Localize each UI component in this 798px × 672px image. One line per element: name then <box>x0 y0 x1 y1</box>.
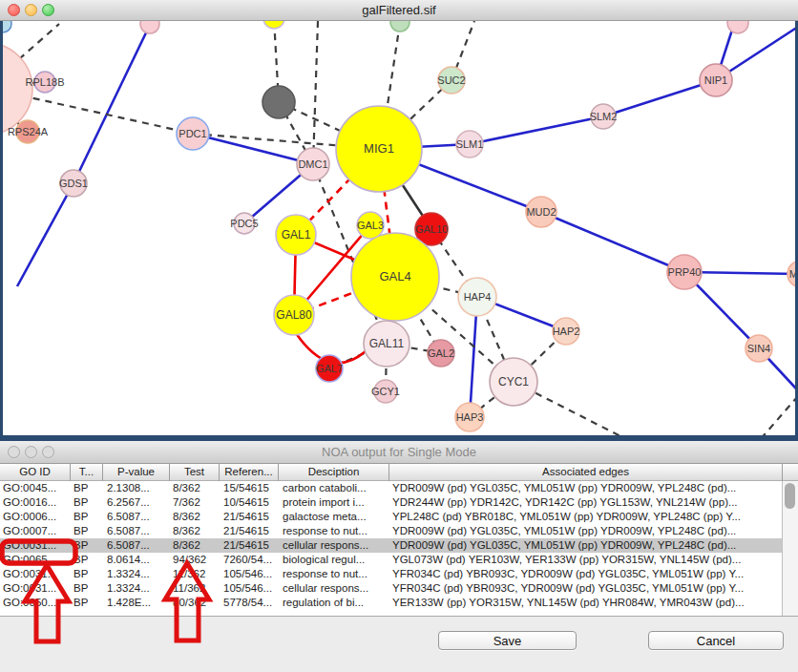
cell-p: 8.0614... <box>107 553 168 567</box>
cell-go: GO:0007... <box>3 524 70 538</box>
cell-t: BP <box>74 567 102 581</box>
cell-p: 6.5087... <box>107 524 168 538</box>
cell-desc: galactose meta... <box>283 510 388 524</box>
column-header-desciption[interactable]: Desciption <box>279 464 389 481</box>
noa-window-title: NOA output for Single Mode <box>0 441 798 464</box>
table-row[interactable]: GO:0016...BP6.2567...7/36210/54615protei… <box>0 495 798 510</box>
cell-test: 80/362 <box>173 596 219 610</box>
column-header-t-[interactable]: T... <box>71 464 103 481</box>
scrollbar-track[interactable] <box>782 481 798 616</box>
cell-assoc: YDR009W (pd) YGL035C, YML051W (pp) YDR00… <box>392 538 782 553</box>
cell-assoc: YFR034C (pd) YBR093C, YDR009W (pd) YGL03… <box>392 581 782 596</box>
cell-desc: carbon cataboli... <box>283 481 388 495</box>
cell-go: GO:0016... <box>3 495 70 510</box>
cell-t: BP <box>74 581 102 596</box>
table-row[interactable]: GO:0031...BP1.3324...11/362105/546...res… <box>0 567 798 581</box>
cell-test: 94/362 <box>173 553 219 567</box>
cell-ref: 7260/54... <box>223 553 278 567</box>
noa-window-titlebar[interactable]: NOA output for Single Mode <box>0 441 798 464</box>
node-label: SIN4 <box>747 343 770 354</box>
column-header-referen-[interactable]: Referen... <box>220 464 279 481</box>
node-label: GAL10 <box>415 223 448 235</box>
cell-desc: protein import i... <box>283 495 388 510</box>
cell-ref: 10/54615 <box>223 495 278 510</box>
cell-go: GO:0031... <box>3 567 70 581</box>
table-row[interactable]: GO:0065...BP8.0614...94/3627260/54...bio… <box>0 553 798 567</box>
node-label: PDC5 <box>230 218 258 229</box>
table-row[interactable]: GO:0006...BP6.5087...8/36221/54615galact… <box>0 510 798 524</box>
node-label: SLM1 <box>456 138 484 150</box>
node-label: PDC1 <box>178 128 206 139</box>
node-label: GAL80 <box>276 308 312 322</box>
cell-p: 1.3324... <box>107 581 168 596</box>
cell-test: 8/362 <box>173 538 219 553</box>
node-label: GAL1 <box>282 228 311 242</box>
cell-go: GO:0006... <box>3 510 70 524</box>
cell-test: 8/362 <box>173 481 219 495</box>
table-body: GO:0045...BP2.1308...8/36215/54615carbon… <box>0 481 798 616</box>
save-button[interactable]: Save <box>438 631 577 650</box>
column-header-test[interactable]: Test <box>170 464 220 481</box>
cell-p: 6.5087... <box>107 538 168 553</box>
table-row[interactable]: GO:0050...BP1.428E...80/3625778/54...reg… <box>0 596 798 610</box>
cell-desc: response to nut... <box>283 567 388 581</box>
network-window-title: galFiltered.sif <box>0 0 798 21</box>
column-header-go-id[interactable]: GO ID <box>0 464 71 481</box>
network-window-titlebar[interactable]: galFiltered.sif <box>0 0 798 21</box>
cell-go: GO:0050... <box>3 596 70 610</box>
cell-ref: 105/546... <box>223 581 278 596</box>
node-label: GAL11 <box>369 337 405 350</box>
cell-desc: cellular respons... <box>283 581 388 596</box>
node-label: GCY1 <box>371 386 400 397</box>
cell-ref: 5778/54... <box>223 596 278 610</box>
node-label: RPL18B <box>26 76 65 88</box>
cell-assoc: YDR009W (pd) YGL035C, YML051W (pp) YDR00… <box>392 481 782 495</box>
node-label: SUC2 <box>437 74 465 86</box>
node-label: HAP2 <box>553 326 580 337</box>
cell-t: BP <box>74 553 102 567</box>
table-row[interactable]: GO:0031...BP6.5087...8/36221/54615cellul… <box>0 538 783 553</box>
cell-ref: 21/54615 <box>223 524 278 538</box>
cell-go: GO:0045... <box>3 481 70 495</box>
scrollbar-thumb[interactable] <box>785 483 795 509</box>
network-node[interactable] <box>262 86 295 118</box>
network-canvas[interactable]: RPL18BRPS24APDC1GDS1MIG1SUC2SLM1DMC1SLM2… <box>0 21 798 435</box>
cell-p: 1.428E... <box>107 596 168 610</box>
column-header-p-value[interactable]: P-value <box>103 464 170 481</box>
table-header: GO IDT...P-valueTestReferen...Desciption… <box>0 464 798 481</box>
table-row[interactable]: GO:0007...BP6.5087...8/36221/54615respon… <box>0 524 798 538</box>
table-row[interactable]: GO:0031...BP1.3324...11/362105/546...cel… <box>0 581 798 596</box>
cell-test: 8/362 <box>173 524 219 538</box>
window-frame-left <box>0 21 3 441</box>
cell-assoc: YGL073W (pd) YER103W, YER133W (pp) YOR31… <box>392 553 782 567</box>
cell-test: 11/362 <box>173 581 219 596</box>
cell-desc: response to nut... <box>283 524 388 538</box>
node-label: GDS1 <box>59 178 88 189</box>
node-label: HAP4 <box>464 291 492 303</box>
cell-test: 8/362 <box>173 510 219 524</box>
cell-t: BP <box>74 596 102 610</box>
cell-p: 2.1308... <box>107 481 168 495</box>
cancel-button[interactable]: Cancel <box>648 631 784 650</box>
node-label: HAP3 <box>456 411 484 423</box>
cell-assoc: YPL248C (pd) YBR018C, YML051W (pp) YDR00… <box>392 510 782 524</box>
table-row[interactable]: GO:0045...BP2.1308...8/36215/54615carbon… <box>0 481 798 495</box>
cell-t: BP <box>74 510 102 524</box>
cell-desc: cellular respons... <box>283 538 388 553</box>
cell-ref: 15/54615 <box>223 481 278 495</box>
cell-go: GO:0031... <box>3 538 70 553</box>
cell-assoc: YDR244W (pp) YDR142C, YDR142C (pp) YGL15… <box>392 495 782 510</box>
node-label: PRP40 <box>668 266 702 278</box>
node-label: DMC1 <box>298 158 327 170</box>
cell-ref: 21/54615 <box>223 538 278 553</box>
cell-t: BP <box>74 481 102 495</box>
node-label: GAL3 <box>357 220 384 231</box>
cell-p: 6.5087... <box>107 510 168 524</box>
cell-test: 7/362 <box>173 495 219 510</box>
column-header-associated-edges[interactable]: Associated edges <box>389 464 783 481</box>
cell-t: BP <box>74 495 102 510</box>
cell-go: GO:0031... <box>3 581 70 596</box>
cell-ref: 21/54615 <box>223 510 278 524</box>
network-node[interactable] <box>140 21 159 33</box>
node-label: CYC1 <box>498 375 529 388</box>
